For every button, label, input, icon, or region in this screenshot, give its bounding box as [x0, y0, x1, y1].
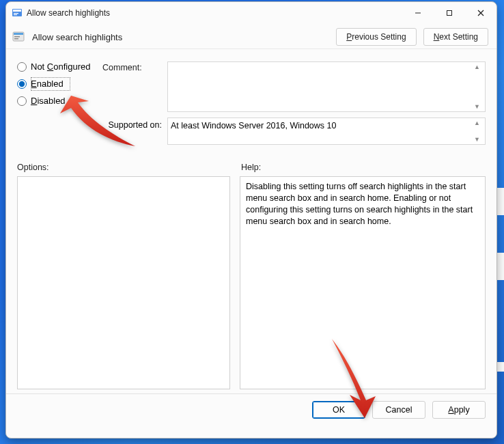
background-window-edge	[497, 253, 504, 280]
scroll-buttons: ▲▼	[474, 120, 484, 143]
svg-rect-5	[447, 11, 452, 16]
section-labels: Options: Help:	[6, 150, 496, 176]
svg-rect-3	[14, 14, 17, 15]
ok-button[interactable]: OK	[312, 401, 365, 419]
policy-title: Allow search highlights	[32, 32, 329, 42]
radio-disabled[interactable]: Disabled	[17, 96, 102, 106]
maximize-button[interactable]	[434, 2, 465, 24]
radio-label: Enabled	[31, 79, 64, 89]
group-policy-setting-window: Allow search highlights Allow search hig…	[5, 1, 497, 439]
close-button[interactable]	[465, 2, 496, 24]
help-panel: Disabling this setting turns off search …	[240, 176, 486, 389]
titlebar[interactable]: Allow search highlights	[6, 2, 496, 24]
scroll-up-icon[interactable]: ▲	[474, 64, 484, 70]
scroll-up-icon[interactable]: ▲	[474, 120, 484, 126]
background-window-edge	[497, 188, 504, 215]
scroll-buttons: ▲▼	[474, 64, 484, 110]
minimize-button[interactable]	[402, 2, 434, 24]
help-text: Disabling this setting turns off search …	[246, 182, 473, 226]
policy-header: Allow search highlights Previous Setting…	[6, 24, 496, 49]
radio-not-configured-input[interactable]	[17, 62, 27, 72]
radio-label: Not Configured	[31, 61, 90, 72]
supported-on-label: Supported on:	[102, 117, 167, 145]
background-window-edge	[497, 362, 504, 372]
policy-state-section: Not Configured Enabled Disabled Comment:…	[6, 49, 496, 150]
supported-on-box: At least Windows Server 2016, Windows 10…	[167, 117, 486, 145]
svg-rect-1	[13, 10, 21, 12]
radio-disabled-input[interactable]	[17, 96, 27, 106]
options-panel[interactable]	[17, 176, 230, 389]
supported-on-text: At least Windows Server 2016, Windows 10	[171, 121, 336, 130]
options-label: Options:	[17, 163, 241, 172]
panels-row: Disabling this setting turns off search …	[6, 176, 496, 393]
dialog-footer: OK Cancel Apply	[6, 393, 496, 427]
policy-icon	[12, 30, 25, 44]
scroll-down-icon[interactable]: ▼	[474, 136, 484, 143]
svg-rect-11	[14, 38, 18, 39]
radio-not-configured[interactable]: Not Configured	[17, 61, 102, 72]
radio-enabled[interactable]: Enabled	[17, 79, 102, 89]
svg-rect-2	[14, 13, 18, 14]
svg-rect-9	[14, 33, 23, 35]
comment-textbox[interactable]: ▲▼	[167, 61, 486, 112]
comment-label: Comment:	[102, 61, 167, 112]
state-radio-group: Not Configured Enabled Disabled	[17, 61, 102, 112]
app-icon	[12, 8, 23, 18]
next-setting-button[interactable]: Next Setting	[423, 28, 488, 46]
cancel-button[interactable]: Cancel	[372, 401, 425, 419]
apply-button[interactable]: Apply	[432, 401, 486, 419]
svg-rect-10	[14, 36, 20, 37]
help-label: Help:	[241, 163, 261, 172]
previous-setting-button[interactable]: Previous Setting	[336, 28, 416, 46]
radio-enabled-input[interactable]	[17, 79, 27, 89]
window-controls	[402, 2, 496, 24]
window-title: Allow search highlights	[27, 8, 402, 18]
scroll-down-icon[interactable]: ▼	[474, 103, 484, 110]
radio-label: Disabled	[31, 96, 66, 106]
